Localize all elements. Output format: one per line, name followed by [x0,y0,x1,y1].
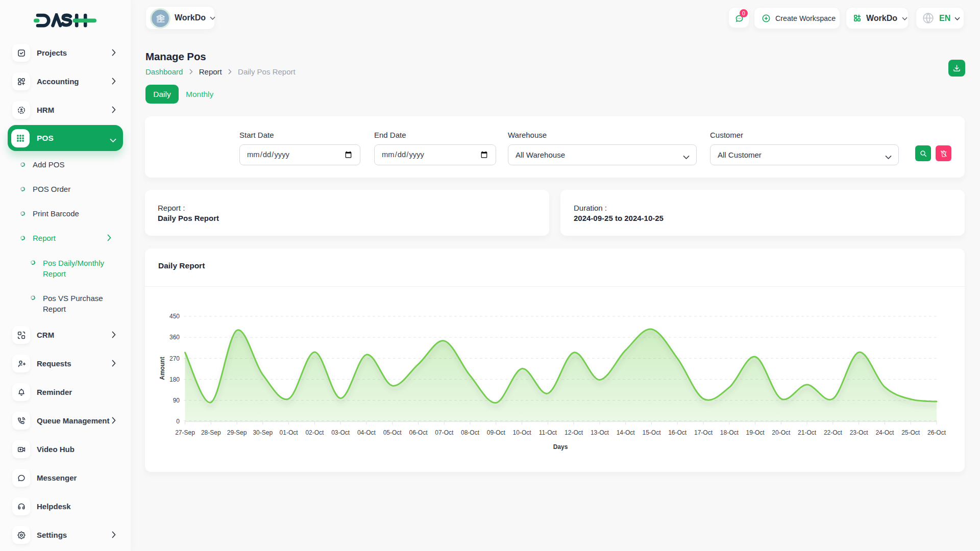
svg-text:15-Oct: 15-Oct [642,429,661,436]
svg-text:29-Sep: 29-Sep [227,429,247,436]
svg-text:18-Oct: 18-Oct [720,429,739,436]
svg-text:25-Oct: 25-Oct [901,429,920,436]
svg-text:270: 270 [169,355,180,362]
svg-text:450: 450 [169,313,180,320]
svg-text:90: 90 [173,397,180,404]
svg-text:10-Oct: 10-Oct [513,429,532,436]
svg-text:07-Oct: 07-Oct [435,429,454,436]
svg-text:19-Oct: 19-Oct [746,429,765,436]
svg-text:03-Oct: 03-Oct [331,429,350,436]
svg-text:13-Oct: 13-Oct [591,429,609,436]
svg-text:22-Oct: 22-Oct [824,429,843,436]
svg-text:360: 360 [169,334,180,341]
svg-text:27-Sep: 27-Sep [175,429,195,436]
svg-text:Amount: Amount [159,357,166,380]
svg-text:Days: Days [553,443,568,450]
svg-text:12-Oct: 12-Oct [565,429,583,436]
svg-text:09-Oct: 09-Oct [487,429,506,436]
svg-text:26-Oct: 26-Oct [927,429,946,436]
svg-text:20-Oct: 20-Oct [772,429,791,436]
svg-text:08-Oct: 08-Oct [461,429,480,436]
svg-text:21-Oct: 21-Oct [798,429,817,436]
svg-text:30-Sep: 30-Sep [253,429,273,436]
svg-text:16-Oct: 16-Oct [668,429,687,436]
svg-text:01-Oct: 01-Oct [280,429,299,436]
svg-text:05-Oct: 05-Oct [383,429,402,436]
svg-text:23-Oct: 23-Oct [850,429,869,436]
svg-text:04-Oct: 04-Oct [357,429,376,436]
svg-text:14-Oct: 14-Oct [617,429,635,436]
svg-text:17-Oct: 17-Oct [694,429,713,436]
svg-text:11-Oct: 11-Oct [539,429,557,436]
svg-text:24-Oct: 24-Oct [875,429,894,436]
svg-text:28-Sep: 28-Sep [201,429,221,436]
svg-text:02-Oct: 02-Oct [305,429,324,436]
svg-text:0: 0 [176,418,180,425]
svg-text:06-Oct: 06-Oct [409,429,428,436]
svg-text:180: 180 [169,376,180,383]
